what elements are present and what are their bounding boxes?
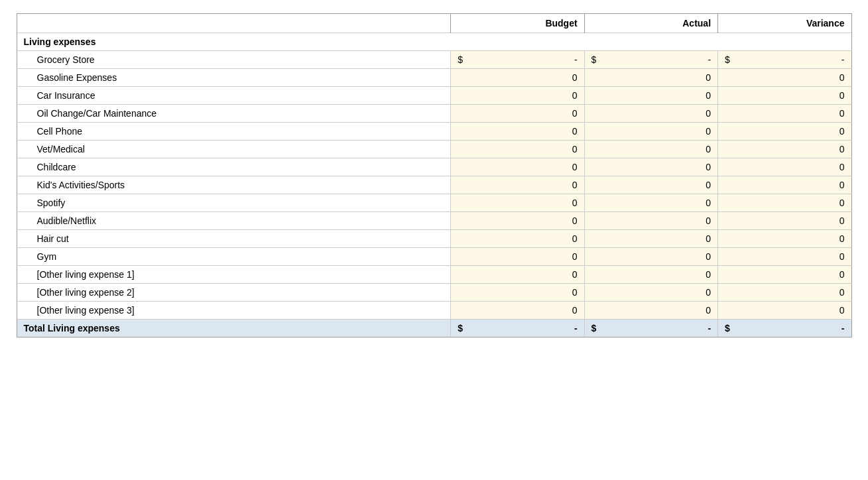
header-variance: Variance <box>718 14 851 33</box>
row-label: [Other living expense 2] <box>17 284 451 302</box>
variance-cell: 0 <box>718 266 851 284</box>
variance-cell: 0 <box>718 284 851 302</box>
actual-cell[interactable]: 0 <box>584 123 717 141</box>
table-row: [Other living expense 3]000 <box>17 302 851 320</box>
row-label: [Other living expense 1] <box>17 266 451 284</box>
actual-cell[interactable]: 0 <box>584 284 717 302</box>
row-label: Oil Change/Car Maintenance <box>17 105 451 123</box>
budget-cell[interactable]: 0 <box>451 284 584 302</box>
budget-cell[interactable]: $- <box>451 51 584 69</box>
actual-cell[interactable]: 0 <box>584 176 717 194</box>
actual-cell[interactable]: $- <box>584 51 717 69</box>
total-row: Total Living expenses$-$-$- <box>17 320 851 337</box>
row-label: Cell Phone <box>17 123 451 141</box>
variance-cell: 0 <box>718 302 851 320</box>
table-row: Gym000 <box>17 248 851 266</box>
section-title: Living expenses <box>17 33 851 51</box>
actual-cell[interactable]: 0 <box>584 266 717 284</box>
row-label: Gym <box>17 248 451 266</box>
table-row: Car Insurance000 <box>17 87 851 105</box>
budget-cell[interactable]: 0 <box>451 230 584 248</box>
budget-cell[interactable]: 0 <box>451 158 584 176</box>
budget-cell[interactable]: 0 <box>451 302 584 320</box>
table-row: Spotify000 <box>17 194 851 212</box>
table-row: Vet/Medical000 <box>17 141 851 158</box>
header-actual: Actual <box>584 14 717 33</box>
table-row: Audible/Netflix000 <box>17 212 851 230</box>
budget-cell[interactable]: 0 <box>451 69 584 87</box>
budget-cell[interactable]: 0 <box>451 194 584 212</box>
actual-cell[interactable]: 0 <box>584 194 717 212</box>
actual-cell[interactable]: 0 <box>584 302 717 320</box>
row-label: Spotify <box>17 194 451 212</box>
row-label: Car Insurance <box>17 87 451 105</box>
header-category <box>17 14 451 33</box>
row-label: Hair cut <box>17 230 451 248</box>
variance-cell: 0 <box>718 248 851 266</box>
actual-cell[interactable]: 0 <box>584 141 717 158</box>
row-label: Grocery Store <box>17 51 451 69</box>
row-label: Childcare <box>17 158 451 176</box>
variance-cell: 0 <box>718 230 851 248</box>
section-header-row: Living expenses <box>17 33 851 51</box>
row-label: Vet/Medical <box>17 141 451 158</box>
table-row: Oil Change/Car Maintenance000 <box>17 105 851 123</box>
actual-cell[interactable]: 0 <box>584 105 717 123</box>
total-actual: $- <box>584 320 717 337</box>
row-label: Gasoline Expenses <box>17 69 451 87</box>
budget-cell[interactable]: 0 <box>451 248 584 266</box>
table-row: Cell Phone000 <box>17 123 851 141</box>
header-budget: Budget <box>451 14 584 33</box>
variance-cell: 0 <box>718 194 851 212</box>
budget-cell[interactable]: 0 <box>451 212 584 230</box>
budget-cell[interactable]: 0 <box>451 123 584 141</box>
budget-cell[interactable]: 0 <box>451 141 584 158</box>
budget-cell[interactable]: 0 <box>451 176 584 194</box>
table-row: [Other living expense 1]000 <box>17 266 851 284</box>
actual-cell[interactable]: 0 <box>584 212 717 230</box>
variance-cell: 0 <box>718 105 851 123</box>
variance-cell: 0 <box>718 87 851 105</box>
variance-cell: 0 <box>718 123 851 141</box>
row-label: Kid's Activities/Sports <box>17 176 451 194</box>
total-label: Total Living expenses <box>17 320 451 337</box>
variance-cell: 0 <box>718 212 851 230</box>
actual-cell[interactable]: 0 <box>584 230 717 248</box>
table-row: Kid's Activities/Sports000 <box>17 176 851 194</box>
row-label: Audible/Netflix <box>17 212 451 230</box>
variance-cell: 0 <box>718 141 851 158</box>
row-label: [Other living expense 3] <box>17 302 451 320</box>
variance-cell: 0 <box>718 176 851 194</box>
actual-cell[interactable]: 0 <box>584 158 717 176</box>
variance-cell: $- <box>718 51 851 69</box>
budget-cell[interactable]: 0 <box>451 105 584 123</box>
actual-cell[interactable]: 0 <box>584 87 717 105</box>
table-row: Hair cut000 <box>17 230 851 248</box>
table-row: [Other living expense 2]000 <box>17 284 851 302</box>
actual-cell[interactable]: 0 <box>584 248 717 266</box>
variance-cell: 0 <box>718 69 851 87</box>
actual-cell[interactable]: 0 <box>584 69 717 87</box>
total-budget: $- <box>451 320 584 337</box>
budget-cell[interactable]: 0 <box>451 87 584 105</box>
budget-cell[interactable]: 0 <box>451 266 584 284</box>
table-row: Gasoline Expenses000 <box>17 69 851 87</box>
table-row: Childcare000 <box>17 158 851 176</box>
total-variance: $- <box>718 320 851 337</box>
variance-cell: 0 <box>718 158 851 176</box>
table-row: Grocery Store$-$-$- <box>17 51 851 69</box>
